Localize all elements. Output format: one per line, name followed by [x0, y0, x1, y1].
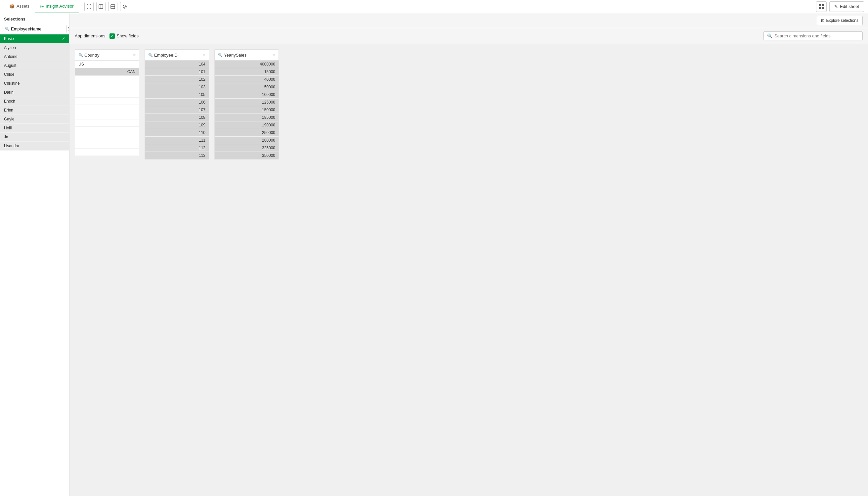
show-fields-checkbox[interactable]: ✓ — [110, 33, 115, 39]
expand-icon-2[interactable] — [96, 2, 106, 11]
tab-insight-advisor[interactable]: ◎ Insight Advisor — [35, 0, 79, 13]
field-card: 🔍EmployeeID≡1041011021031051061071081091… — [145, 49, 209, 160]
field-card-header: 🔍EmployeeID≡ — [145, 50, 209, 61]
field-menu-icon[interactable]: ≡ — [203, 52, 205, 58]
show-fields-label[interactable]: Show fields — [117, 33, 139, 38]
list-item-label: Erinn — [4, 108, 13, 112]
field-row[interactable]: US — [75, 61, 139, 68]
field-card: 🔍Country≡USCAN — [75, 49, 139, 156]
checkmark-icon: ✓ — [62, 36, 65, 41]
field-row[interactable]: 105 — [145, 91, 209, 98]
field-row[interactable] — [75, 105, 139, 112]
list-item[interactable]: Christine — [0, 79, 69, 88]
field-row[interactable]: 325000 — [215, 144, 279, 152]
list-item[interactable]: Erinn — [0, 106, 69, 115]
field-row[interactable] — [75, 76, 139, 83]
svg-rect-9 — [822, 7, 824, 9]
field-row[interactable]: 113 — [145, 152, 209, 159]
field-row[interactable] — [75, 141, 139, 149]
topbar-toolbar — [84, 2, 129, 11]
field-row[interactable] — [75, 149, 139, 156]
list-item[interactable]: Antoine — [0, 52, 69, 61]
grid-view-button[interactable] — [816, 1, 827, 12]
list-item[interactable]: Alyson — [0, 43, 69, 52]
edit-sheet-button[interactable]: ✎ Edit sheet — [829, 1, 864, 12]
list-item[interactable]: Ja — [0, 133, 69, 142]
employee-search-input[interactable] — [11, 27, 66, 31]
field-rows: 104101102103105106107108109110111112113 — [145, 61, 209, 159]
field-row[interactable] — [75, 83, 139, 90]
list-item[interactable]: Darin — [0, 88, 69, 97]
list-item[interactable]: August — [0, 61, 69, 70]
svg-point-4 — [123, 5, 126, 8]
field-row[interactable] — [75, 90, 139, 98]
field-card: 🔍YearlySales≡400000015000400005000010000… — [214, 49, 279, 160]
list-item[interactable]: Holli — [0, 124, 69, 133]
field-row[interactable]: 100000 — [215, 91, 279, 98]
svg-rect-7 — [822, 4, 824, 6]
field-row[interactable] — [75, 134, 139, 141]
list-item-label: August — [4, 63, 16, 68]
search-dimensions-input[interactable] — [774, 33, 859, 38]
list-item[interactable]: Gayle — [0, 115, 69, 124]
field-row[interactable]: 350000 — [215, 152, 279, 159]
field-row[interactable]: 150000 — [215, 106, 279, 114]
list-item-label: Antoine — [4, 54, 17, 59]
field-row[interactable]: 110 — [145, 129, 209, 137]
field-row[interactable]: 103 — [145, 83, 209, 91]
field-row[interactable]: 185000 — [215, 114, 279, 121]
field-row[interactable] — [75, 98, 139, 105]
expand-icon-3[interactable] — [108, 2, 117, 11]
field-row[interactable]: 125000 — [215, 98, 279, 106]
selections-header: Selections — [0, 13, 69, 24]
field-search-icon: 🔍 — [78, 53, 83, 57]
list-item[interactable]: Enoch — [0, 97, 69, 106]
list-item[interactable]: Chloe — [0, 70, 69, 79]
field-menu-icon[interactable]: ≡ — [272, 52, 275, 58]
field-row[interactable] — [75, 112, 139, 120]
list-item-label: Alyson — [4, 45, 16, 50]
field-search-icon: 🔍 — [218, 53, 223, 57]
field-title: Country — [84, 52, 99, 58]
field-row[interactable]: 15000 — [215, 68, 279, 76]
explore-selections-button[interactable]: ⊡ Explore selections — [817, 16, 863, 25]
field-row[interactable]: 107 — [145, 106, 209, 114]
field-row[interactable]: 250000 — [215, 129, 279, 137]
svg-rect-6 — [819, 4, 821, 6]
list-item[interactable]: Kasie✓ — [0, 34, 69, 43]
field-row[interactable]: 40000 — [215, 76, 279, 83]
field-row[interactable]: 104 — [145, 61, 209, 68]
field-row[interactable]: 102 — [145, 76, 209, 83]
insight-advisor-icon: ◎ — [40, 4, 44, 9]
field-row[interactable]: 106 — [145, 98, 209, 106]
employee-list: Kasie✓AlysonAntoineAugustChloeChristineD… — [0, 34, 69, 496]
selections-title: Selections — [4, 17, 26, 21]
app-dimensions-label: App dimensions — [75, 33, 106, 38]
field-row[interactable]: 109 — [145, 121, 209, 129]
field-card-header: 🔍YearlySales≡ — [215, 50, 279, 61]
field-row[interactable]: 4000000 — [215, 61, 279, 68]
list-item-label: Darin — [4, 90, 14, 95]
expand-icon-1[interactable] — [84, 2, 94, 11]
explore-icon: ⊡ — [821, 18, 824, 23]
field-menu-icon[interactable]: ≡ — [133, 52, 136, 58]
list-item-label: Kasie — [4, 36, 14, 41]
field-row[interactable]: 190000 — [215, 121, 279, 129]
field-row[interactable] — [75, 120, 139, 127]
field-row[interactable]: 111 — [145, 137, 209, 144]
tab-assets[interactable]: 📦 Assets — [4, 0, 35, 13]
list-item-label: Gayle — [4, 117, 14, 121]
svg-rect-8 — [819, 7, 821, 9]
right-area: ⊡ Explore selections App dimensions ✓ Sh… — [69, 13, 868, 496]
list-item-label: Ja — [4, 135, 8, 139]
field-row[interactable] — [75, 127, 139, 134]
field-row[interactable]: 280000 — [215, 137, 279, 144]
field-row[interactable]: 50000 — [215, 83, 279, 91]
expand-icon-4[interactable] — [120, 2, 129, 11]
field-row[interactable]: 101 — [145, 68, 209, 76]
field-row[interactable]: CAN — [75, 68, 139, 76]
assets-icon: 📦 — [9, 4, 15, 9]
field-row[interactable]: 108 — [145, 114, 209, 121]
field-row[interactable]: 112 — [145, 144, 209, 152]
list-item[interactable]: Lisandra — [0, 142, 69, 151]
